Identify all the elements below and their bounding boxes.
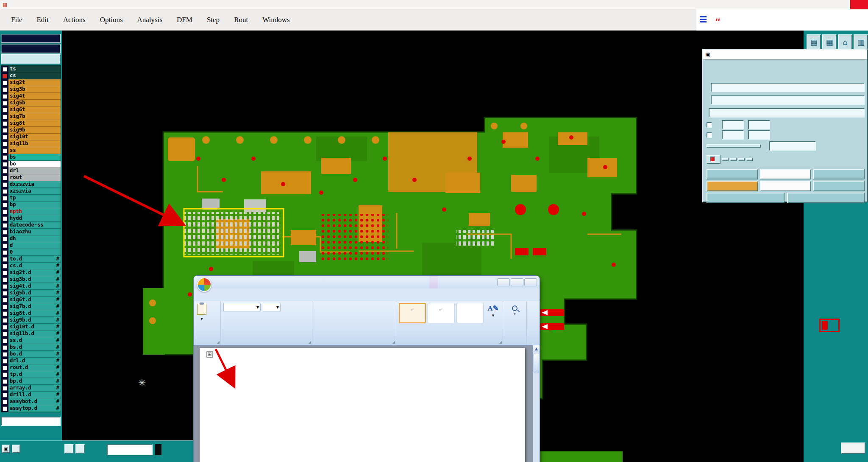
layer-row-bp.d[interactable]: bp.d# — [1, 378, 61, 385]
user-filter-button[interactable] — [707, 144, 761, 148]
layer-row-rout[interactable]: rout — [1, 174, 61, 181]
xy-input[interactable] — [107, 444, 153, 455]
layer-checkbox[interactable] — [1, 79, 8, 86]
layer-row-dh[interactable]: dh — [1, 235, 61, 242]
layer-row-cs.d[interactable]: cs.d# — [1, 263, 61, 269]
layer-checkbox[interactable] — [1, 385, 8, 392]
layer-row-tp.d[interactable]: tp.d# — [1, 371, 61, 378]
layer-checkbox[interactable] — [1, 188, 8, 195]
attr-button[interactable] — [730, 158, 737, 161]
highlight-button[interactable] — [760, 169, 812, 179]
home-view-icon[interactable]: ⌂ — [838, 34, 852, 50]
layer-row-assybot.d[interactable]: assybot.d# — [1, 398, 61, 405]
maximize-button[interactable] — [835, 0, 850, 9]
word-titlebar[interactable] — [194, 276, 540, 288]
view-panel-icon[interactable]: ▤ — [807, 34, 821, 50]
layer-checkbox[interactable] — [1, 134, 8, 140]
grow-font-button[interactable] — [282, 303, 290, 311]
layer-row-dxzszvia[interactable]: dxzszvia — [1, 181, 61, 188]
layer-checkbox[interactable] — [1, 140, 8, 147]
dialog-launcher-icon[interactable]: ◢ — [499, 340, 502, 344]
layer-checkbox[interactable] — [1, 405, 8, 412]
paste-button[interactable]: ▾ — [197, 303, 206, 338]
office-button[interactable] — [197, 277, 211, 292]
layer-checkbox[interactable] — [1, 337, 8, 344]
font-family-select[interactable]: ▾ — [223, 303, 261, 311]
layer-row-tp[interactable]: tp — [1, 195, 61, 202]
layer-checkbox[interactable] — [1, 106, 8, 113]
layer-checkbox[interactable] — [1, 127, 8, 134]
ovals-checkbox[interactable] — [707, 132, 712, 138]
layer-checkbox[interactable] — [1, 174, 8, 181]
tile-windows-icon[interactable]: ▦ — [822, 34, 837, 50]
angle-max-input[interactable] — [748, 130, 770, 140]
layer-checkbox[interactable] — [1, 161, 8, 168]
scroll-up-icon[interactable]: ▲ — [533, 345, 540, 352]
length-max-input[interactable] — [748, 120, 770, 129]
include-symbols-input[interactable] — [711, 83, 865, 92]
mouse-mode-chip[interactable] — [155, 444, 161, 455]
menu-options[interactable]: Options — [100, 16, 123, 24]
dcode-input[interactable] — [769, 141, 816, 151]
length-min-input[interactable] — [722, 120, 744, 129]
shrink-font-button[interactable] — [291, 303, 299, 311]
menu-analysis[interactable]: Analysis — [137, 16, 163, 24]
layer-checkbox[interactable] — [1, 283, 8, 290]
layer-checkbox[interactable] — [1, 229, 8, 235]
minimize-button[interactable] — [820, 0, 835, 9]
layer-row-sig11b.d[interactable]: sig11b.d# — [1, 330, 61, 337]
layer-row-sig6t[interactable]: sig6t — [1, 106, 61, 113]
word-close-button[interactable] — [524, 278, 537, 286]
layer-row-sig5b.d[interactable]: sig5b.d# — [1, 290, 61, 297]
filter-popup-titlebar[interactable]: ▣ — [703, 50, 867, 60]
menu-windows[interactable]: Windows — [262, 16, 289, 24]
layer-checkbox[interactable] — [1, 351, 8, 358]
layer-checkbox[interactable] — [1, 269, 8, 276]
layer-row-d[interactable]: d — [1, 242, 61, 249]
layer-row-datecode-ss[interactable]: datecode-ss — [1, 222, 61, 229]
layer-row-sig11b[interactable]: sig11b — [1, 140, 61, 147]
select-button[interactable] — [707, 169, 758, 179]
layer-checkbox[interactable] — [1, 263, 8, 269]
layer-row-sig9b.d[interactable]: sig9b.d# — [1, 317, 61, 324]
layer-row-biaozhu[interactable]: biaozhu — [1, 229, 61, 235]
layer-row-sig10t.d[interactable]: sig10t.d# — [1, 324, 61, 330]
font-size-select[interactable]: ▾ — [262, 303, 281, 311]
layer-row-bs[interactable]: bs — [1, 154, 61, 161]
layer-row-drl.d[interactable]: drl.d# — [1, 358, 61, 364]
layer-row-sig5b[interactable]: sig5b — [1, 100, 61, 106]
layer-checkbox[interactable] — [1, 208, 8, 215]
word-minimize-button[interactable] — [497, 278, 510, 286]
menu-rout[interactable]: Rout — [234, 16, 248, 24]
units-button[interactable] — [841, 442, 865, 454]
layer-checkbox[interactable] — [1, 256, 8, 263]
layer-checkbox[interactable] — [1, 120, 8, 127]
layer-row-sig4t.d[interactable]: sig4t.d# — [1, 283, 61, 290]
layer-row-sig6t.d[interactable]: sig6t.d# — [1, 297, 61, 303]
layer-row-sig2t.d[interactable]: sig2t.d# — [1, 269, 61, 276]
menu-step[interactable]: Step — [207, 16, 220, 24]
layer-checkbox[interactable] — [1, 222, 8, 229]
histogram-button[interactable] — [813, 181, 865, 191]
layer-row-cs[interactable]: cs — [1, 73, 61, 79]
text-filter-input[interactable] — [709, 108, 865, 118]
layer-row-assytop.d[interactable]: assytop.d# — [1, 405, 61, 412]
layer-checkbox[interactable] — [1, 181, 8, 188]
menu-dfm[interactable]: DFM — [177, 16, 192, 24]
menu-edit[interactable]: Edit — [36, 16, 48, 24]
layer-checkbox[interactable] — [1, 113, 8, 120]
layer-checkbox[interactable] — [1, 154, 8, 161]
find-icon[interactable] — [512, 305, 517, 311]
layer-row-ss[interactable]: ss — [1, 147, 61, 154]
change-styles-button[interactable]: A✎ ▾ — [486, 303, 500, 338]
layer-row-sig8t[interactable]: sig8t — [1, 120, 61, 127]
style-heading1[interactable] — [456, 303, 484, 323]
layer-row-sig4t[interactable]: sig4t — [1, 93, 61, 100]
close-reset-button[interactable] — [707, 193, 785, 203]
layer-checkbox[interactable] — [1, 73, 8, 79]
layer-row-bo[interactable]: bo — [1, 161, 61, 168]
angle-min-input[interactable] — [722, 130, 744, 140]
layer-row-sig2t[interactable]: sig2t — [1, 79, 61, 86]
word-maximize-button[interactable] — [511, 278, 523, 286]
unselect-button[interactable] — [707, 181, 758, 191]
